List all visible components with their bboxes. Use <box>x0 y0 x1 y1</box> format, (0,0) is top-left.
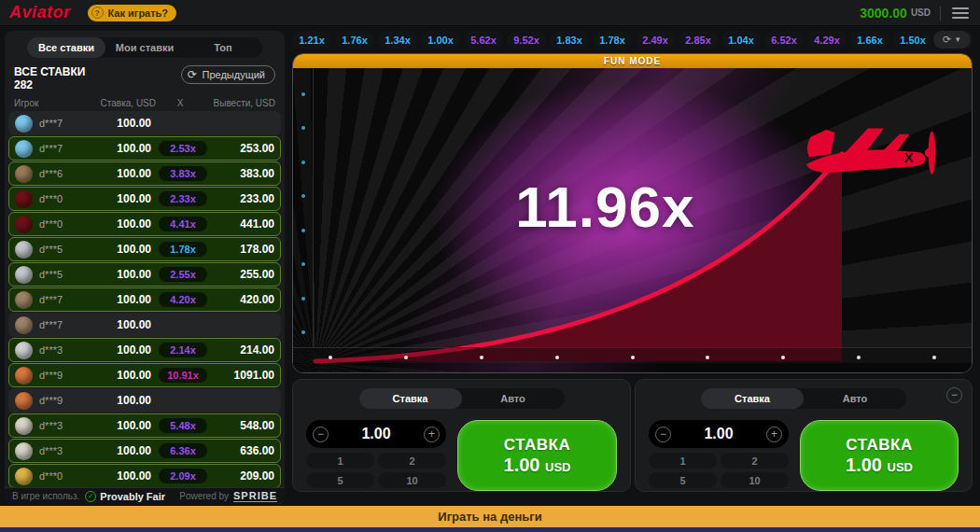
fun-mode-label: FUN MODE <box>604 56 661 66</box>
plus-icon[interactable]: + <box>766 427 782 442</box>
history-multiplier: 6.52x <box>764 31 804 49</box>
history-multiplier: 1.50x <box>893 31 932 49</box>
multiplier-badge: 6.36x <box>159 443 207 458</box>
history-multiplier: 1.78x <box>593 31 632 49</box>
history-multiplier: 1.34x <box>378 31 417 49</box>
panel1-tab-bet[interactable]: Ставка <box>359 388 462 409</box>
panel2-bet-amount: 1.00 <box>846 455 882 475</box>
minus-icon[interactable]: − <box>313 427 329 442</box>
bet-row: d***0 100.00 2.09x 209.00 <box>8 464 281 488</box>
avatar <box>15 115 33 133</box>
bets-list: d***7 100.00 d***7 100.00 2.53x 253.00 d… <box>5 111 285 504</box>
avatar <box>15 342 33 359</box>
balance-currency: USD <box>911 7 931 18</box>
header: Aviator ? Как играть? 3000.00 USD <box>0 0 980 26</box>
multiplier-badge: 10.91x <box>159 368 207 383</box>
play-for-money-bar[interactable]: Играть на деньги <box>0 506 980 527</box>
multiplier-badge: 2.53x <box>159 141 207 156</box>
history-multiplier: 1.21x <box>292 31 331 49</box>
cashout-amount: 233.00 <box>207 192 274 205</box>
bet-row: d***7 100.00 2.53x 253.00 <box>8 136 281 161</box>
tab-all-bets[interactable]: Все ставки <box>27 37 105 58</box>
bet-row: d***3 100.00 2.14x 214.00 <box>8 338 281 362</box>
avatar <box>15 266 33 284</box>
multiplier-badge: 1.78x <box>159 242 207 257</box>
column-x: X <box>156 98 204 108</box>
bet-amount: 100.00 <box>99 243 151 256</box>
bet-row: d***7 100.00 <box>8 111 281 135</box>
cashout-amount: 441.00 <box>207 217 274 231</box>
player-name: d***3 <box>39 344 99 356</box>
powered-by-label: Powered by <box>179 491 229 501</box>
bet-row: d***9 100.00 <box>8 388 281 413</box>
player-name: d***5 <box>39 244 99 255</box>
bet-panel-2: − Ставка Авто − 1.00 + 1 2 5 10 СТАВКА <box>635 379 973 492</box>
panel1-amount-stepper: − 1.00 + <box>306 420 446 448</box>
panel2-tab-bet[interactable]: Ставка <box>701 388 804 409</box>
cashout-amount: 1091.00 <box>207 369 274 382</box>
game-board: FUN MODE 11.96x X <box>292 53 973 373</box>
bet-amount: 100.00 <box>99 369 151 382</box>
bet-row: d***6 100.00 3.83x 383.00 <box>8 161 281 186</box>
history-multiplier: 2.49x <box>636 31 675 49</box>
panel1-amount-value[interactable]: 1.00 <box>329 426 424 442</box>
bets-sidebar: Все ставки Мои ставки Топ ВСЕ СТАВКИ 282… <box>5 31 285 504</box>
provably-fair-footer: В игре использ. ✓ Provably Fair Powered … <box>5 487 285 504</box>
panel1-quick-10[interactable]: 10 <box>378 472 446 488</box>
header-divider <box>940 6 941 21</box>
player-name: d***7 <box>39 118 99 129</box>
panel1-tab-auto[interactable]: Авто <box>462 388 565 409</box>
avatar <box>15 367 33 385</box>
cashout-amount: 214.00 <box>207 343 274 357</box>
how-to-play-button[interactable]: ? Как играть? <box>88 5 177 21</box>
bet-amount: 100.00 <box>99 192 151 205</box>
history-multiplier: 1.83x <box>550 31 589 49</box>
panel1-quick-5[interactable]: 5 <box>306 472 374 488</box>
history-multiplier: 9.52x <box>507 31 546 49</box>
column-player: Игрок <box>14 98 94 108</box>
panel2-quick-2[interactable]: 2 <box>721 453 789 469</box>
tab-my-bets[interactable]: Мои ставки <box>105 37 184 58</box>
previous-round-button[interactable]: ⟲ Предыдущий <box>181 65 275 84</box>
aviator-app: Aviator ? Как играть? 3000.00 USD Все ст… <box>0 0 980 532</box>
bets-title: ВСЕ СТАВКИ <box>14 65 85 78</box>
bet-row: d***0 100.00 2.33x 233.00 <box>8 187 281 211</box>
balance-amount: 3000.00 <box>860 6 907 21</box>
panel1-bet-amount: 1.00 <box>504 455 540 475</box>
how-to-play-label: Как играть? <box>108 7 169 19</box>
panel2-bet-label: СТАВКА <box>846 436 912 455</box>
cashout-amount: 420.00 <box>207 293 274 306</box>
plane-icon: X <box>797 108 942 183</box>
provably-fair-label[interactable]: Provably Fair <box>100 491 165 502</box>
tab-top[interactable]: Топ <box>184 37 262 58</box>
bets-columns: Игрок Ставка, USD X Вывести, USD <box>5 93 285 111</box>
avatar <box>15 216 33 233</box>
avatar <box>15 442 33 460</box>
panel1-quick-1[interactable]: 1 <box>306 453 374 469</box>
play-for-money-label: Играть на деньги <box>438 510 541 524</box>
history-clock-icon: ⟲ <box>943 34 951 46</box>
panel2-quick-5[interactable]: 5 <box>649 472 717 488</box>
panel1-bet-button[interactable]: СТАВКА 1.00 USD <box>457 420 617 491</box>
column-cashout: Вывести, USD <box>204 98 275 108</box>
minus-icon[interactable]: − <box>655 427 671 442</box>
player-name: d***5 <box>39 269 99 280</box>
player-name: d***0 <box>39 193 99 204</box>
history-dropdown-button[interactable]: ⟲ ▼ <box>933 31 971 49</box>
spribe-logo[interactable]: SPRIBE <box>233 490 277 502</box>
panel2-quick-1[interactable]: 1 <box>649 453 717 469</box>
panel2-bet-button[interactable]: СТАВКА 1.00 USD <box>800 420 959 491</box>
panel1-quick-2[interactable]: 2 <box>378 453 446 469</box>
bet-amount: 100.00 <box>99 343 151 357</box>
panel2-bet-currency: USD <box>888 460 913 474</box>
panel2-tab-auto[interactable]: Авто <box>804 388 906 409</box>
panel2-quick-10[interactable]: 10 <box>721 472 789 488</box>
player-name: d***6 <box>39 168 99 179</box>
bets-count: 282 <box>14 78 85 91</box>
panel2-tabs: Ставка Авто <box>701 388 906 409</box>
remove-panel-icon[interactable]: − <box>946 387 962 403</box>
player-name: d***7 <box>39 143 99 154</box>
panel2-amount-value[interactable]: 1.00 <box>671 426 766 442</box>
plus-icon[interactable]: + <box>424 427 440 442</box>
hamburger-menu-icon[interactable] <box>950 4 971 22</box>
